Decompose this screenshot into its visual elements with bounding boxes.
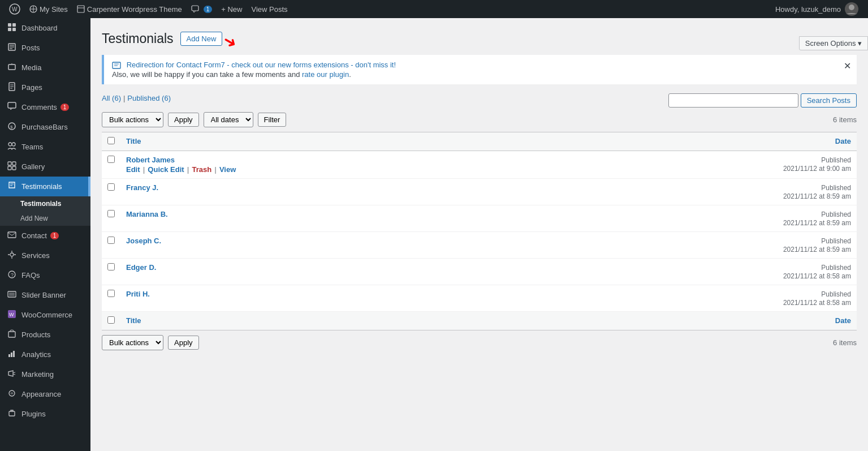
notice-dismiss-button[interactable]: ✕ (844, 61, 851, 71)
row-action-trash[interactable]: Trash (192, 165, 211, 174)
submenu-item-testimonials[interactable]: Testimonials (0, 196, 90, 211)
sidebar-item-faqs[interactable]: ? FAQs (0, 265, 90, 285)
sidebar-item-label-analytics: Analytics (21, 350, 51, 359)
sidebar-item-contact[interactable]: Contact 1 (0, 226, 90, 246)
svg-text:?: ? (11, 272, 14, 278)
col-header-date[interactable]: Date (565, 132, 857, 151)
sidebar-item-comments[interactable]: Comments 1 (0, 97, 90, 117)
pages-icon (7, 82, 17, 93)
sidebar-item-plugins[interactable]: Plugins (0, 404, 90, 424)
svg-point-9 (849, 5, 854, 10)
sidebar-item-products[interactable]: Products (0, 325, 90, 345)
gallery-icon (7, 161, 17, 172)
select-all-checkbox-bottom[interactable] (107, 316, 115, 324)
sidebar-item-label-products: Products (21, 330, 50, 339)
submenu-item-add-new[interactable]: Add New (0, 211, 90, 226)
row-checkbox[interactable] (107, 237, 115, 244)
search-posts-button[interactable]: Search Posts (801, 93, 857, 108)
sidebar-item-label-gallery: Gallery (21, 162, 45, 171)
my-sites-label: My Sites (40, 5, 68, 14)
bulk-actions-select-top[interactable]: Bulk actions (102, 112, 163, 127)
table-row: Robert JamesEdit | Quick Edit | Trash | … (102, 151, 857, 178)
sidebar-item-media[interactable]: Media (0, 58, 90, 78)
add-new-button[interactable]: Add New (180, 32, 223, 46)
sidebar-item-purchasebars[interactable]: $ PurchaseBars (0, 117, 90, 137)
site-name[interactable]: Carpenter Wordpress Theme (72, 0, 187, 18)
items-count-bottom: 6 items (833, 338, 857, 347)
sidebar-item-slider-banner[interactable]: Slider Banner (0, 285, 90, 305)
row-checkbox[interactable] (107, 290, 115, 297)
post-title-link[interactable]: Robert James (126, 156, 175, 164)
apply-button-top[interactable]: Apply (168, 113, 199, 127)
search-input[interactable] (668, 93, 798, 108)
view-posts-label: View Posts (252, 5, 288, 14)
row-action-view[interactable]: View (219, 165, 236, 174)
col-footer-title[interactable]: Title (120, 311, 565, 330)
post-title-link[interactable]: Joseph C. (126, 237, 161, 245)
view-filter: All (6) | Published (6) (102, 94, 171, 102)
teams-icon (7, 141, 17, 152)
post-title-link[interactable]: Marianna B. (126, 210, 168, 218)
svg-point-26 (8, 143, 12, 146)
post-title-link[interactable]: Priti H. (126, 290, 150, 298)
new-menu[interactable]: + New (217, 0, 247, 18)
row-checkbox[interactable] (107, 210, 115, 217)
tablenav-top: Bulk actions Apply All dates Filter 6 it… (102, 112, 857, 127)
notice-link[interactable]: Redirection for Contact Form7 - check ou… (127, 61, 396, 69)
svg-rect-23 (8, 102, 16, 108)
sidebar-item-woocommerce[interactable]: W WooCommerce (0, 305, 90, 325)
sidebar-item-teams[interactable]: Teams (0, 137, 90, 157)
sidebar-item-marketing[interactable]: Marketing (0, 364, 90, 384)
sidebar-item-label-faqs: FAQs (21, 271, 40, 280)
submenu-label-add-new: Add New (20, 214, 48, 222)
faqs-icon: ? (7, 270, 17, 281)
apply-button-bottom[interactable]: Apply (168, 336, 199, 350)
sidebar-item-appearance[interactable]: Appearance (0, 384, 90, 404)
col-header-title[interactable]: Title (120, 132, 565, 151)
svg-rect-5 (77, 6, 84, 12)
testimonials-icon (7, 181, 17, 192)
row-checkbox[interactable] (107, 263, 115, 270)
sidebar-item-testimonials[interactable]: Testimonials (0, 177, 90, 196)
sidebar-item-gallery[interactable]: Gallery (0, 157, 90, 177)
post-title-link[interactable]: Francy J. (126, 183, 158, 192)
sidebar-item-label-slider: Slider Banner (21, 291, 66, 299)
purchasebars-icon: $ (7, 122, 17, 132)
admin-notice: Redirection for Contact Form7 - check ou… (102, 55, 857, 84)
notice-rate-link[interactable]: rate our plugin (302, 70, 349, 79)
view-published[interactable]: Published (6) (127, 94, 171, 102)
sidebar-item-dashboard[interactable]: Dashboard (0, 18, 90, 38)
items-count-top: 6 items (833, 115, 857, 124)
sidebar-item-label-woocommerce: WooCommerce (21, 311, 72, 319)
comments-badge: 1 (61, 104, 70, 111)
sidebar-item-services[interactable]: Services (0, 246, 90, 265)
wp-logo[interactable]: W (5, 0, 25, 18)
post-title-link[interactable]: Edger D. (126, 263, 156, 272)
analytics-icon (7, 349, 17, 360)
post-date: Published2021/11/12 at 9:00 am (565, 151, 857, 178)
red-arrow: ➜ (220, 30, 240, 53)
date-filter-select[interactable]: All dates (204, 112, 253, 127)
col-footer-date[interactable]: Date (565, 311, 857, 330)
filter-button[interactable]: Filter (258, 113, 287, 127)
sidebar-item-analytics[interactable]: Analytics (0, 345, 90, 364)
sidebar-item-posts[interactable]: Posts (0, 38, 90, 58)
my-sites-menu[interactable]: My Sites (25, 0, 72, 18)
select-all-checkbox-top[interactable] (107, 137, 115, 144)
svg-rect-43 (8, 354, 10, 357)
view-posts[interactable]: View Posts (247, 0, 292, 18)
view-all[interactable]: All (6) (102, 94, 121, 102)
row-checkbox[interactable] (107, 183, 115, 191)
row-action-quick-edit[interactable]: Quick Edit (148, 165, 184, 174)
table-row: Marianna B.Published2021/11/12 at 8:59 a… (102, 205, 857, 231)
svg-rect-31 (12, 166, 16, 170)
row-checkbox[interactable] (107, 156, 115, 163)
screen-options-button[interactable]: Screen Options ▾ (799, 36, 868, 50)
sidebar-item-label-pages: Pages (21, 83, 42, 92)
sidebar-item-pages[interactable]: Pages (0, 78, 90, 97)
row-action-edit[interactable]: Edit (126, 165, 140, 174)
comments-menu[interactable]: 1 (187, 0, 217, 18)
post-date: Published2021/11/12 at 8:59 am (565, 205, 857, 231)
bulk-actions-select-bottom[interactable]: Bulk actions (102, 335, 163, 350)
user-greeting[interactable]: Howdy, luzuk_demo (771, 0, 863, 18)
